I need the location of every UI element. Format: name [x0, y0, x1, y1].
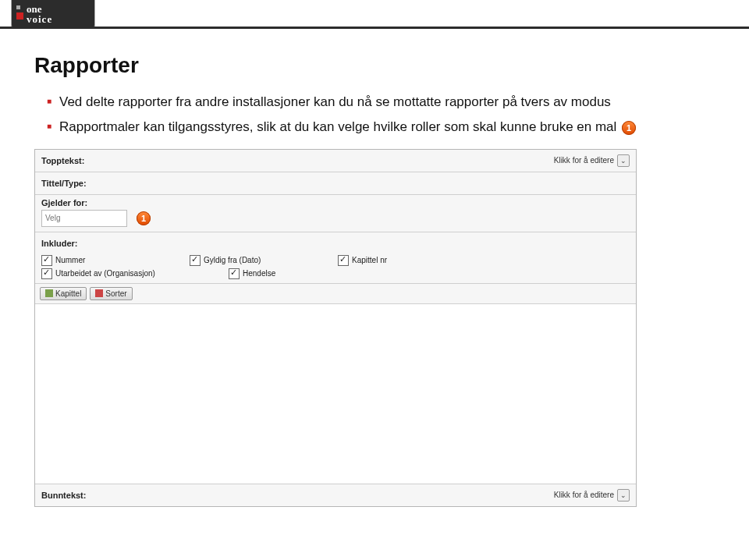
checkbox-icon	[190, 255, 201, 266]
check-label: Gyldig fra (Dato)	[204, 256, 261, 264]
edit-label: Klikk for å editere	[554, 156, 614, 165]
panel-body-blank	[35, 304, 636, 484]
chevron-down-icon: ⌄	[617, 154, 630, 167]
page-icon	[45, 289, 53, 297]
edit-toggle[interactable]: Klikk for å editere ⌄	[554, 489, 630, 502]
select-value: Velg	[45, 214, 60, 222]
check-nummer[interactable]: Nummer	[41, 255, 151, 266]
check-gyldig[interactable]: Gyldig fra (Dato)	[190, 255, 299, 266]
check-label: Kapittel nr	[352, 256, 387, 264]
bullet-text: Ved delte rapporter fra andre installasj…	[59, 94, 611, 109]
bullet-text: Rapportmaler kan tilgangsstyres, slik at…	[59, 119, 616, 134]
header-bar: one voice	[0, 0, 749, 30]
slide-content: Rapporter Ved delte rapporter fra andre …	[0, 30, 749, 507]
gjelder-label: Gjelder for:	[41, 198, 630, 207]
checkbox-icon	[229, 268, 240, 279]
gjelder-select[interactable]: Velg	[41, 210, 127, 227]
edit-toggle[interactable]: Klikk for å editere ⌄	[554, 154, 630, 167]
inkluder-label: Inkluder:	[41, 239, 77, 248]
checkbox-icon	[41, 255, 52, 266]
toolbar-row: Kapittel Sorter	[35, 284, 636, 304]
brand-logo: one voice	[11, 0, 95, 29]
tittel-label: Tittel/Type:	[41, 179, 87, 188]
sort-icon	[95, 289, 103, 297]
bullet-list: Ved delte rapporter fra andre installasj…	[34, 92, 715, 138]
bullet-item: Rapportmaler kan tilgangsstyres, slik at…	[47, 117, 715, 137]
button-label: Kapittel	[55, 289, 81, 298]
check-kapittelnr[interactable]: Kapittel nr	[338, 255, 447, 266]
check-hendelse[interactable]: Hendelse	[229, 268, 338, 279]
form-panel: Topptekst: Klikk for å editere ⌄ Tittel/…	[34, 149, 637, 507]
sorter-button[interactable]: Sorter	[90, 287, 132, 300]
check-utarb[interactable]: Utarbeidet av (Organisasjon)	[41, 268, 190, 279]
page-title: Rapporter	[34, 53, 715, 78]
bunntekst-label: Bunntekst:	[41, 491, 86, 500]
checkbox-icon	[338, 255, 349, 266]
chevron-down-icon: ⌄	[617, 489, 630, 502]
checkbox-icon	[41, 268, 52, 279]
check-label: Nummer	[55, 256, 85, 264]
check-label: Utarbeidet av (Organisasjon)	[55, 269, 155, 278]
bullet-item: Ved delte rapporter fra andre installasj…	[47, 92, 715, 112]
annotation-badge: 1	[622, 121, 636, 135]
inkluder-header: Inkluder:	[35, 232, 636, 251]
check-label: Hendelse	[243, 269, 275, 278]
topptekst-label: Topptekst:	[41, 156, 84, 165]
bunntekst-row: Bunntekst: Klikk for å editere ⌄	[35, 484, 636, 506]
topptekst-row: Topptekst: Klikk for å editere ⌄	[35, 150, 636, 172]
svg-rect-0	[16, 5, 20, 9]
edit-label: Klikk for å editere	[554, 491, 614, 499]
tittel-row: Tittel/Type:	[35, 172, 636, 195]
svg-rect-1	[16, 12, 23, 19]
header-divider	[0, 27, 749, 29]
logo-text-lower: voice	[27, 13, 52, 25]
inkluder-checks: Nummer Gyldig fra (Dato) Kapittel nr Uta…	[35, 251, 636, 284]
annotation-badge: 1	[137, 211, 151, 225]
button-label: Sorter	[105, 289, 126, 298]
kapittel-button[interactable]: Kapittel	[40, 287, 87, 300]
gjelder-row: Gjelder for: Velg 1	[35, 195, 636, 232]
